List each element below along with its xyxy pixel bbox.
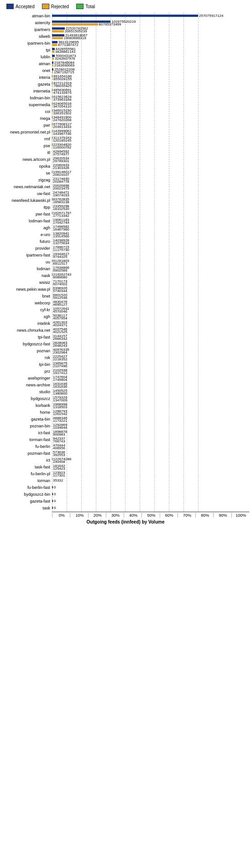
chart-row: astercity10297552021980765373499 bbox=[2, 20, 249, 26]
row-label: e-uro bbox=[2, 232, 52, 237]
row-label: tpi bbox=[2, 48, 52, 52]
row-label: lodman bbox=[2, 267, 52, 271]
chart-row: home12887931261542 bbox=[2, 409, 249, 416]
value-rejected: 766035425 bbox=[53, 84, 72, 88]
row-label: gazeta bbox=[2, 82, 52, 87]
value-rejected: 6089680 bbox=[53, 275, 67, 279]
chart-row: silweb2149381806719083686319 bbox=[2, 33, 249, 40]
bar-area: 2962053429769301 bbox=[52, 156, 249, 163]
chart-row: zigzag2317483020284778 bbox=[2, 177, 249, 183]
row-label: provider bbox=[2, 246, 52, 251]
value-rejected: 766743 bbox=[53, 439, 65, 443]
value-rejected: 203913433 bbox=[53, 125, 71, 129]
chart-row: lodman-bin615623624373963168 bbox=[2, 95, 249, 101]
chart-row: torman-fast942337766743 bbox=[2, 437, 249, 443]
bar-area: 2192627436089680 bbox=[52, 272, 249, 279]
row-label: news-archive bbox=[2, 383, 52, 387]
chart-row: gazeta-fast0 bbox=[2, 498, 249, 504]
chart-row: rmf311379163120185145 bbox=[2, 136, 249, 142]
bar-area: 31441572666342 bbox=[52, 334, 249, 340]
bar-rejected bbox=[52, 30, 64, 32]
bar-area: 10297552021980765373499 bbox=[52, 20, 249, 26]
chart-row: pse223304820116000792 bbox=[2, 143, 249, 149]
chart-row: sgh50381174057954 bbox=[2, 313, 249, 320]
x-tick: 50% bbox=[141, 513, 159, 518]
chart-row: news.promontel.net.pl143999062143987746 bbox=[2, 129, 249, 135]
value-rejected: 11175730 bbox=[53, 248, 69, 252]
row-label: poznan bbox=[2, 349, 52, 353]
x-tick: 40% bbox=[124, 513, 141, 518]
bar-area: 0 bbox=[52, 505, 249, 511]
row-label: torman-fast bbox=[2, 437, 52, 442]
bar-area: 624065016347054110 bbox=[52, 102, 249, 108]
bar-area: 143999062143987746 bbox=[52, 129, 249, 135]
row-label: ict bbox=[2, 458, 52, 462]
row-label: gazeta-fast bbox=[2, 499, 52, 503]
chart-row: news.netmaniak.net2002689820023475 bbox=[2, 184, 249, 190]
chart-row: uu912818036911517 bbox=[2, 259, 249, 265]
bar-rejected bbox=[52, 37, 63, 39]
chart-row: rsk22254272218352 bbox=[2, 354, 249, 361]
chart-row: interia891654186855028155 bbox=[2, 74, 249, 81]
row-label: silweb bbox=[2, 34, 52, 39]
row-label: interia bbox=[2, 75, 52, 80]
value-rejected: 20651505239 bbox=[65, 29, 87, 33]
chart-row: lublin50004318733242607976 bbox=[2, 54, 249, 60]
value-rejected: 5912546 bbox=[53, 296, 67, 300]
bar-area: 409763352302984 bbox=[52, 348, 249, 354]
bar-area: 0 bbox=[52, 484, 249, 491]
row-label: bydgoszcz-bin bbox=[2, 492, 52, 497]
bar-accepted bbox=[52, 62, 53, 64]
bar-accepted bbox=[52, 15, 198, 17]
row-label: nask bbox=[2, 273, 52, 278]
row-label: sgh bbox=[2, 314, 52, 319]
value-rejected: 1587192715 bbox=[54, 70, 74, 74]
row-label: newsfeed.lukawski.pl bbox=[2, 198, 52, 203]
chart-row: fu-berlin-pl123923117301 bbox=[2, 471, 249, 477]
bar-area: 470444406956 bbox=[52, 443, 249, 450]
row-label: news.netmaniak.net bbox=[2, 185, 52, 189]
row-label: uu bbox=[2, 260, 52, 264]
value-rejected: 1745804 bbox=[53, 378, 67, 382]
bar-area: 2252078256220651505239 bbox=[52, 26, 249, 33]
bar-area: 2335929818102520 bbox=[52, 204, 249, 211]
bar-area: 35332 bbox=[52, 478, 249, 484]
chart-row: tpi-bin23658752107496 bbox=[2, 361, 249, 368]
bar-area: 15793291347009 bbox=[52, 395, 249, 402]
chart-row: futuro1403892813275634 bbox=[2, 238, 249, 245]
chart-row: fu-berlin470444406956 bbox=[2, 443, 249, 450]
row-label: tpi-bin bbox=[2, 362, 52, 367]
value-rejected: 2648243 bbox=[53, 344, 67, 348]
chart-row: se19914601720619107 bbox=[2, 170, 249, 176]
bar-area: 22254272218352 bbox=[52, 354, 249, 361]
chart-row: studio14505251380800 bbox=[2, 389, 249, 395]
row-label: korbank bbox=[2, 403, 52, 408]
row-label: zigzag bbox=[2, 178, 52, 182]
bar-rejected bbox=[52, 64, 53, 67]
bar-area: 8376283518583138 bbox=[52, 197, 249, 204]
row-label: gazeta-bin bbox=[2, 417, 52, 421]
bar-accepted bbox=[52, 68, 53, 71]
row-label: intelink bbox=[2, 321, 52, 326]
row-label: itpp bbox=[2, 205, 52, 210]
row-label: task bbox=[2, 506, 52, 510]
bar-area: 66015205912546 bbox=[52, 293, 249, 299]
x-axis: 0%10%20%30%40%50%60%70%80%90%100% bbox=[52, 512, 249, 518]
bar-rejected bbox=[52, 78, 52, 80]
row-label: studio bbox=[2, 390, 52, 394]
row-label: atman bbox=[2, 62, 52, 66]
chart-row: onet25280122061587192715 bbox=[2, 67, 249, 74]
bar-area: 122674288240458 bbox=[52, 457, 249, 463]
row-label: ipartners-fast bbox=[2, 253, 52, 257]
value-rejected: 1380800 bbox=[53, 391, 67, 395]
x-tick: 20% bbox=[88, 513, 106, 518]
value-rejected: 2107496 bbox=[53, 364, 67, 368]
bar-area: 1403892813275634 bbox=[52, 238, 249, 245]
bar-rejected bbox=[52, 85, 52, 87]
bar-area: 71701736074002 bbox=[52, 279, 249, 286]
chart-row: prz21029381917412 bbox=[2, 368, 249, 375]
value-rejected: 406956 bbox=[53, 446, 65, 450]
bar-area: 0 bbox=[52, 498, 249, 504]
chart-row: intelink42613034024371 bbox=[2, 320, 249, 327]
value-rejected: 347054110 bbox=[53, 104, 71, 108]
